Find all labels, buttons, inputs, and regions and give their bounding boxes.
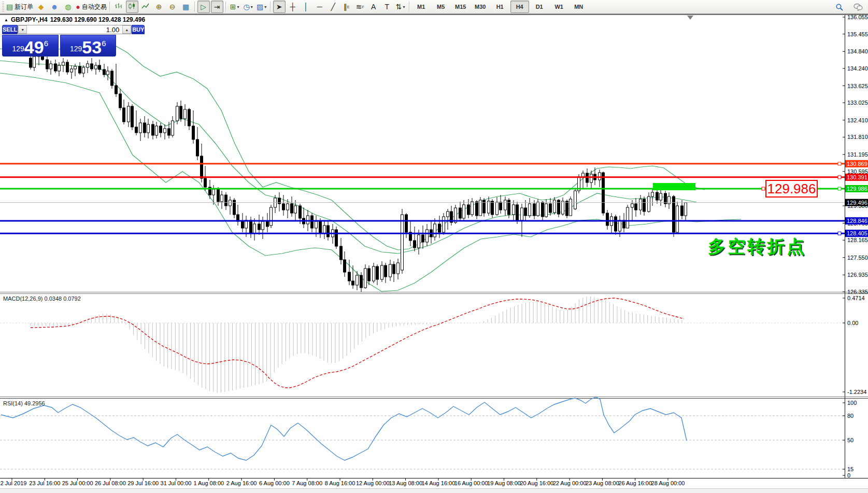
candle-body (253, 224, 256, 233)
hline-anchor-square[interactable] (838, 187, 841, 190)
arrows-icon: ⇅ (396, 3, 402, 11)
candle-body (319, 221, 322, 233)
text-button[interactable]: A (367, 1, 380, 13)
time-axis-label: 31 Jul 00:00 (161, 480, 192, 486)
collapse-triangle-icon[interactable]: ▲ (4, 18, 8, 22)
volume-input[interactable] (27, 25, 122, 34)
price-line-label-text: 128.405 (847, 230, 867, 236)
hline-anchor-square[interactable] (838, 176, 841, 179)
ohlc-values: 129.630 129.690 129.428 129.496 (50, 16, 146, 23)
line-chart-button[interactable] (139, 1, 152, 13)
candle-body (381, 265, 383, 279)
chevron-down-icon[interactable]: ▾ (237, 5, 239, 9)
candle-body (184, 109, 187, 119)
candle-body (376, 266, 379, 279)
indicators-button[interactable]: ⊞▾ (229, 1, 241, 13)
time-axis-label: 20 Aug 16:00 (520, 480, 553, 486)
macd-scale-label: 0.00 (847, 320, 858, 326)
periods-button[interactable]: ◷▾ (242, 1, 254, 13)
trendline-button[interactable]: ╱ (327, 1, 339, 13)
candle-body (553, 200, 556, 213)
chart-annotation-text[interactable]: 多空转折点 (708, 235, 806, 259)
buy-button[interactable]: BUY (132, 25, 145, 34)
price-callout-box[interactable]: 129.986 (765, 180, 818, 198)
candle-body (681, 206, 684, 216)
candle-body (516, 205, 519, 220)
time-axis-label: 12 Aug 00:00 (356, 480, 390, 486)
crosshair-button[interactable]: ┼ (287, 1, 299, 13)
candlestick-chart-icon (128, 3, 136, 11)
timeframe-w1[interactable]: W1 (550, 1, 568, 13)
search-icon[interactable] (833, 1, 846, 13)
new-order-button[interactable]: ▤新订单 (6, 1, 34, 13)
price-tick-label: 135.455 (847, 31, 868, 37)
candle-body (155, 126, 158, 135)
text-label-button[interactable]: T (381, 1, 393, 13)
candle-body (443, 217, 445, 232)
volume-increase-button[interactable]: ▲ (122, 25, 131, 34)
candle-body (58, 65, 61, 71)
highlight-rectangle[interactable] (653, 183, 695, 190)
fibonacci-button[interactable]: ≋F (354, 1, 366, 13)
templates-button[interactable]: ▨▾ (255, 1, 268, 13)
tile-windows-button[interactable]: ▦ (180, 1, 192, 13)
bar-chart-button[interactable] (112, 1, 125, 13)
sell-price-handle: 129 (12, 45, 24, 53)
auto-scroll-button[interactable]: ▷ (197, 1, 210, 13)
arrows-button[interactable]: ⇅▾ (394, 1, 407, 13)
candlestick-chart-button[interactable] (126, 1, 138, 13)
timeframe-m30[interactable]: M30 (471, 1, 490, 13)
cursor-button[interactable]: ➤ (273, 1, 286, 13)
hline-anchor-square[interactable] (838, 232, 841, 235)
candle-body (537, 202, 539, 216)
zoom-out-button[interactable]: ⊖ (166, 1, 179, 13)
chevron-down-icon[interactable]: ▾ (403, 5, 405, 9)
candle-body (270, 207, 273, 226)
horizontal-line-icon: ─ (317, 3, 322, 11)
chevron-down-icon[interactable]: ▾ (251, 5, 253, 9)
sell-button[interactable]: SELL (2, 25, 18, 34)
candle-body (360, 275, 363, 288)
macd-scale-label: 0.4714 (847, 295, 865, 301)
horizontal-line-button[interactable]: ─ (314, 1, 326, 13)
candle-body (648, 196, 650, 212)
buy-price-button[interactable]: 129 53 6 (60, 35, 117, 57)
candle-body (549, 204, 552, 213)
channel-button[interactable]: ∥E (340, 1, 353, 13)
candle-body (352, 281, 354, 285)
one-click-trade-panel: SELL ▼ ▲ BUY 129 49 6 129 53 6 (2, 25, 116, 57)
candle-body (258, 224, 261, 230)
toolbar-drag-handle[interactable] (2, 2, 4, 12)
timeframe-m1[interactable]: M1 (412, 1, 431, 13)
timeframe-d1[interactable]: D1 (530, 1, 549, 13)
candle-body (107, 71, 109, 75)
chat-icon[interactable] (852, 1, 864, 13)
zoom-in-button[interactable]: ⊕ (153, 1, 165, 13)
hline-anchor-square[interactable] (838, 162, 841, 165)
time-axis-label: 25 Jul 00:00 (62, 480, 93, 486)
timeframe-h4[interactable]: H4 (510, 1, 529, 13)
autotrading-button[interactable]: ●自动交易 (75, 1, 107, 13)
volume-decrease-button[interactable]: ▼ (18, 25, 27, 34)
timeframe-m5[interactable]: M5 (432, 1, 450, 13)
chevron-down-icon[interactable]: ▾ (264, 5, 266, 9)
main-toolbar: ▤新订单◆☻◍●自动交易⊕⊖▦▷⇥⊞▾◷▾▨▾➤┼│─╱∥E≋FAT⇅▾M1M5… (0, 0, 868, 14)
community-button[interactable]: ☻ (48, 1, 61, 13)
candle-body (619, 220, 621, 231)
candle-body (33, 57, 36, 67)
market-watch-button[interactable]: ◆ (35, 1, 47, 13)
callout-anchor-square[interactable] (762, 187, 765, 190)
timeframe-h1[interactable]: H1 (491, 1, 509, 13)
candle-body (606, 213, 609, 226)
candle-body (291, 204, 293, 213)
signal-button[interactable]: ◍ (62, 1, 74, 13)
sell-price-button[interactable]: 129 49 6 (2, 35, 59, 57)
sell-price-main: 49 (24, 39, 44, 55)
candle-body (340, 246, 343, 260)
candle-body (221, 195, 223, 202)
timeframe-mn[interactable]: MN (570, 1, 588, 13)
vertical-line-button[interactable]: │ (300, 1, 312, 13)
candle-body (566, 201, 568, 216)
timeframe-m15[interactable]: M15 (451, 1, 470, 13)
chart-shift-button[interactable]: ⇥ (211, 1, 223, 13)
